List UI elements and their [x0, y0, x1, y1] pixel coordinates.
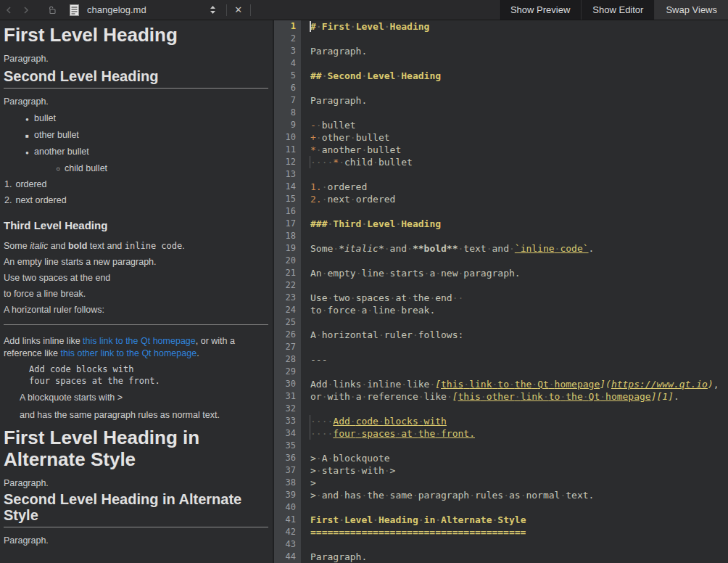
editor-line[interactable]: 35: [274, 440, 728, 452]
editor-line[interactable]: 26A·horizontal·ruler·follows:: [274, 329, 728, 341]
code-text[interactable]: [301, 168, 728, 181]
code-text[interactable]: [301, 501, 728, 514]
code-text[interactable]: >·starts·with·>: [301, 464, 728, 477]
editor-line[interactable]: 34····four·spaces·at·the·front.: [274, 427, 728, 440]
qt-homepage-reference-link[interactable]: this other link to the Qt homepage: [61, 348, 197, 358]
code-text[interactable]: A·horizontal·ruler·follows:: [301, 329, 728, 341]
editor-line[interactable]: 6: [274, 82, 728, 94]
code-text[interactable]: ##·Second·Level·Heading: [301, 70, 728, 82]
code-text[interactable]: to·force·a·line·break.: [301, 304, 728, 316]
editor-line[interactable]: 8: [274, 107, 728, 119]
editor-line[interactable]: 19Some·*italic*·and·**bold**·text·and·`i…: [274, 242, 728, 255]
code-text[interactable]: [301, 82, 728, 94]
editor-line[interactable]: 28---: [274, 353, 728, 366]
editor-line[interactable]: 41First·Level·Heading·in·Alternate·Style: [274, 514, 728, 526]
code-text[interactable]: Use·two·spaces·at·the·end··: [301, 292, 728, 304]
code-text[interactable]: ····four·spaces·at·the·front.: [301, 427, 728, 440]
code-text[interactable]: ======================================: [301, 526, 728, 538]
editor-line[interactable]: 27: [274, 341, 728, 353]
code-text[interactable]: *·another·bullet: [301, 144, 728, 156]
editor-line[interactable]: 1#·First·Level·Heading: [274, 20, 728, 33]
editor-line[interactable]: 25: [274, 316, 728, 329]
editor-line[interactable]: 16: [274, 205, 728, 218]
editor-line[interactable]: 141.·ordered: [274, 181, 728, 193]
editor-line[interactable]: 33····Add·code·blocks·with: [274, 415, 728, 427]
code-text[interactable]: 2.·next·ordered: [301, 193, 728, 205]
editor-line[interactable]: 5##·Second·Level·Heading: [274, 70, 728, 82]
code-text[interactable]: ---: [301, 353, 728, 366]
close-document-icon[interactable]: ✕: [231, 4, 246, 15]
code-text[interactable]: -·bullet: [301, 119, 728, 131]
editor-line[interactable]: 30Add·links·inline·like·[this·link·to·th…: [274, 378, 728, 390]
editor-line[interactable]: 12····*·child·bullet: [274, 156, 728, 168]
editor-line[interactable]: 17###·Third·Level·Heading: [274, 218, 728, 230]
editor-line[interactable]: 23Use·two·spaces·at·the·end··: [274, 292, 728, 304]
code-text[interactable]: #·First·Level·Heading: [301, 20, 728, 33]
editor-line[interactable]: 38>: [274, 477, 728, 489]
code-text[interactable]: >·A·blockquote: [301, 452, 728, 464]
code-text[interactable]: >·and·has·the·same·paragraph·rules·as·no…: [301, 489, 728, 501]
show-editor-button[interactable]: Show Editor: [581, 0, 654, 20]
code-text[interactable]: Some·*italic*·and·**bold**·text·and·`inl…: [301, 242, 728, 255]
editor-line[interactable]: 152.·next·ordered: [274, 193, 728, 205]
code-text[interactable]: [301, 403, 728, 415]
editor-line[interactable]: 43: [274, 538, 728, 551]
editor-line[interactable]: 44Paragraph.: [274, 551, 728, 563]
qt-homepage-link[interactable]: this link to the Qt homepage: [83, 336, 196, 346]
code-text[interactable]: [301, 255, 728, 267]
editor-line[interactable]: 2: [274, 33, 728, 45]
code-text[interactable]: [301, 341, 728, 353]
show-preview-button[interactable]: Show Preview: [499, 0, 581, 20]
code-text[interactable]: or·with·a·reference·like·[this·other·lin…: [301, 390, 728, 403]
editor-line[interactable]: 40: [274, 501, 728, 514]
editor-line[interactable]: 22: [274, 279, 728, 292]
editor-line[interactable]: 20: [274, 255, 728, 267]
editor-line[interactable]: 42======================================: [274, 526, 728, 538]
code-text[interactable]: [301, 205, 728, 218]
code-text[interactable]: [301, 107, 728, 119]
code-text[interactable]: First·Level·Heading·in·Alternate·Style: [301, 514, 728, 526]
editor-line[interactable]: 11*·another·bullet: [274, 144, 728, 156]
editor-line[interactable]: 29: [274, 366, 728, 378]
editor-line[interactable]: 31or·with·a·reference·like·[this·other·l…: [274, 390, 728, 403]
code-text[interactable]: [301, 33, 728, 45]
editor-line[interactable]: 9-·bullet: [274, 119, 728, 131]
editor-line[interactable]: 10+·other·bullet: [274, 131, 728, 144]
code-text[interactable]: An·empty·line·starts·a·new·paragraph.: [301, 267, 728, 279]
code-text[interactable]: [301, 366, 728, 378]
editor-line[interactable]: 36>·A·blockquote: [274, 452, 728, 464]
code-text[interactable]: Paragraph.: [301, 45, 728, 57]
back-icon[interactable]: [0, 0, 17, 20]
file-switch-updown-icon[interactable]: [204, 0, 222, 20]
code-text[interactable]: [301, 230, 728, 242]
markdown-source-editor[interactable]: 1#·First·Level·Heading23Paragraph.45##·S…: [274, 20, 728, 563]
editor-line[interactable]: 13: [274, 168, 728, 181]
code-text[interactable]: ····*·child·bullet: [301, 156, 728, 168]
open-file-name[interactable]: changelog.md: [87, 4, 146, 15]
editor-line[interactable]: 32: [274, 403, 728, 415]
editor-line[interactable]: 4: [274, 57, 728, 70]
editor-line[interactable]: 3Paragraph.: [274, 45, 728, 57]
code-text[interactable]: 1.·ordered: [301, 181, 728, 193]
code-text[interactable]: [301, 440, 728, 452]
code-text[interactable]: [301, 279, 728, 292]
editor-line[interactable]: 24to·force·a·line·break.: [274, 304, 728, 316]
code-text[interactable]: [301, 316, 728, 329]
forward-icon[interactable]: [17, 0, 35, 20]
editor-line[interactable]: 37>·starts·with·>: [274, 464, 728, 477]
code-text[interactable]: [301, 538, 728, 551]
editor-line[interactable]: 21An·empty·line·starts·a·new·paragraph.: [274, 267, 728, 279]
code-text[interactable]: ····Add·code·blocks·with: [301, 415, 728, 427]
editor-line[interactable]: 39>·and·has·the·same·paragraph·rules·as·…: [274, 489, 728, 501]
code-text[interactable]: >: [301, 477, 728, 489]
code-text[interactable]: ###·Third·Level·Heading: [301, 218, 728, 230]
code-text[interactable]: Add·links·inline·like·[this·link·to·the·…: [301, 378, 728, 390]
swap-views-button[interactable]: Swap Views: [654, 0, 728, 20]
unlock-icon[interactable]: [44, 0, 61, 20]
code-text[interactable]: Paragraph.: [301, 94, 728, 107]
code-text[interactable]: [301, 57, 728, 70]
code-text[interactable]: Paragraph.: [301, 551, 728, 563]
editor-line[interactable]: 18: [274, 230, 728, 242]
editor-line[interactable]: 7Paragraph.: [274, 94, 728, 107]
code-text[interactable]: +·other·bullet: [301, 131, 728, 144]
